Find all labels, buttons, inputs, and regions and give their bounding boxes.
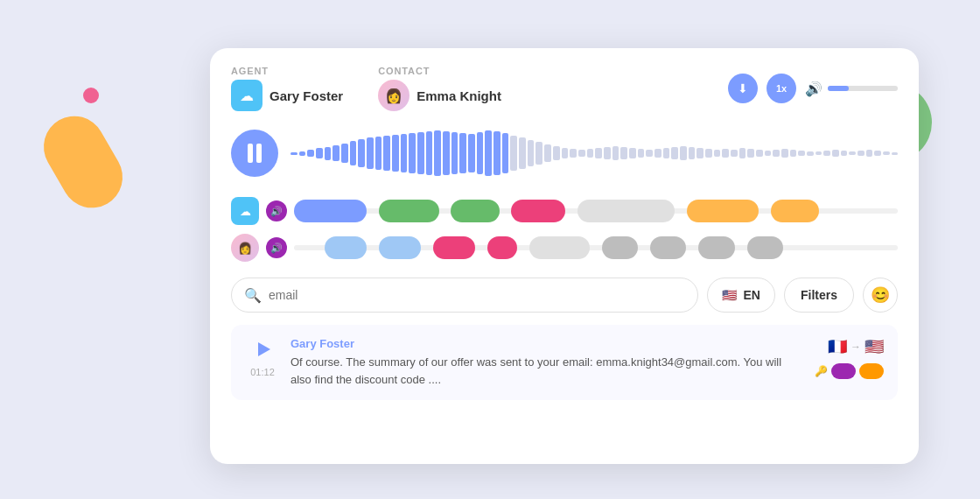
waveform-bar bbox=[638, 149, 645, 158]
flag-us-icon: 🇺🇸 bbox=[722, 288, 737, 302]
track-segment bbox=[379, 200, 439, 222]
tag-orange bbox=[859, 363, 884, 379]
waveform-bar bbox=[858, 151, 864, 156]
search-box[interactable]: 🔍 bbox=[231, 278, 698, 313]
transcript-right: 🇫🇷 → 🇺🇸 🔑 bbox=[814, 337, 884, 388]
waveform-bar bbox=[468, 134, 475, 172]
filters-button[interactable]: Filters bbox=[784, 278, 854, 313]
controls-group: ⬇ 1x 🔊 bbox=[728, 74, 898, 103]
waveform-bar bbox=[316, 148, 323, 158]
waveform-bar bbox=[747, 149, 754, 158]
download-button[interactable]: ⬇ bbox=[728, 74, 758, 103]
waveform-bar bbox=[680, 146, 687, 160]
track-segment bbox=[529, 236, 590, 259]
agent-avatar: ☁ bbox=[231, 80, 262, 111]
search-row: 🔍 🇺🇸 EN Filters 😊 bbox=[231, 278, 898, 313]
agent-name: Gary Foster bbox=[270, 88, 343, 103]
waveform-bar bbox=[375, 137, 382, 170]
waveform-bar bbox=[383, 136, 390, 171]
agent-track-line[interactable] bbox=[294, 208, 898, 214]
waveform-bar bbox=[663, 148, 670, 158]
contact-track-sound: 🔊 bbox=[266, 237, 287, 258]
search-icon: 🔍 bbox=[244, 287, 262, 304]
decorative-orange-pill bbox=[32, 105, 134, 219]
waveform-bar bbox=[731, 150, 738, 157]
waveform-canvas[interactable] bbox=[290, 127, 898, 179]
track-segment bbox=[747, 236, 783, 259]
waveform-bar bbox=[849, 151, 856, 155]
waveform-bar bbox=[519, 137, 526, 169]
language-label: EN bbox=[744, 288, 760, 302]
transcript-text: Of course. The summary of our offer was … bbox=[290, 354, 803, 388]
waveform-bar bbox=[883, 151, 890, 155]
waveform-bar bbox=[773, 150, 780, 157]
transcript-card: 01:12 Gary Foster Of course. The summary… bbox=[231, 325, 898, 400]
waveform-bar bbox=[823, 151, 830, 156]
contact-track-line[interactable] bbox=[294, 245, 898, 250]
waveform-bar bbox=[866, 150, 873, 157]
speed-button[interactable]: 1x bbox=[766, 74, 796, 103]
timestamp: 01:12 bbox=[250, 367, 275, 377]
waveform-bar bbox=[459, 133, 466, 173]
waveform-bar bbox=[620, 147, 627, 159]
waveform-bar bbox=[604, 147, 611, 159]
waveform-bar bbox=[790, 150, 797, 157]
pause-icon bbox=[248, 144, 262, 163]
waveform-bar bbox=[570, 149, 577, 158]
language-button[interactable]: 🇺🇸 EN bbox=[707, 278, 775, 313]
tag-purple bbox=[831, 363, 856, 379]
waveform-bar bbox=[765, 151, 772, 156]
track-segment bbox=[294, 200, 367, 222]
waveform-bar bbox=[510, 136, 517, 171]
track-segment bbox=[698, 236, 734, 259]
track-segment bbox=[487, 236, 518, 259]
filters-label: Filters bbox=[801, 288, 837, 302]
agent-track-sound: 🔊 bbox=[266, 200, 287, 221]
track-lanes: ☁ 🔊 👩 🔊 bbox=[231, 195, 898, 264]
waveform-bar bbox=[816, 151, 822, 155]
waveform-bar bbox=[612, 146, 620, 160]
transcript-left: 01:12 bbox=[245, 337, 280, 388]
track-segment bbox=[451, 200, 499, 222]
waveform-bar bbox=[841, 151, 848, 156]
waveform-bar bbox=[646, 150, 653, 157]
contact-avatar: 👩 bbox=[378, 80, 410, 111]
waveform-bar bbox=[654, 149, 662, 158]
waveform-bar bbox=[807, 151, 814, 156]
waveform-bar bbox=[332, 145, 340, 161]
waveform-bar bbox=[307, 150, 314, 157]
waveform-bar bbox=[358, 139, 365, 167]
waveform-bar bbox=[587, 149, 594, 158]
waveform-bar bbox=[325, 147, 332, 160]
waveform-bar bbox=[781, 149, 788, 158]
waveform-bar bbox=[350, 141, 357, 165]
contact-label: CONTACT bbox=[378, 66, 501, 76]
waveform-bar bbox=[874, 151, 881, 156]
waveform-bar bbox=[426, 131, 433, 175]
volume-control: 🔊 bbox=[805, 81, 898, 97]
waveform-bar bbox=[341, 144, 348, 163]
emoji-icon: 😊 bbox=[871, 285, 890, 305]
waveform-bar bbox=[401, 134, 408, 172]
pause-button[interactable] bbox=[231, 130, 278, 177]
volume-fill bbox=[828, 86, 849, 91]
waveform-bar bbox=[832, 150, 839, 157]
waveform-bar bbox=[367, 137, 374, 169]
search-input[interactable] bbox=[269, 288, 685, 302]
waveform-bar bbox=[696, 148, 704, 158]
waveform-bar bbox=[562, 148, 569, 158]
track-segment bbox=[602, 236, 638, 259]
waveform-bar bbox=[798, 151, 805, 156]
play-icon bbox=[258, 342, 270, 356]
volume-bar[interactable] bbox=[828, 86, 898, 91]
contact-group: CONTACT 👩 Emma Knight bbox=[378, 66, 501, 111]
waveform-bar bbox=[528, 140, 535, 166]
waveform-bar bbox=[392, 135, 399, 172]
agent-group: AGENT ☁ Gary Foster bbox=[231, 66, 343, 111]
emoji-button[interactable]: 😊 bbox=[863, 278, 898, 313]
play-button[interactable] bbox=[250, 337, 275, 362]
waveform-bar bbox=[417, 132, 424, 174]
waveform-bar bbox=[299, 151, 306, 156]
agent-label: AGENT bbox=[231, 66, 343, 76]
decorative-pink-dot bbox=[83, 88, 99, 103]
